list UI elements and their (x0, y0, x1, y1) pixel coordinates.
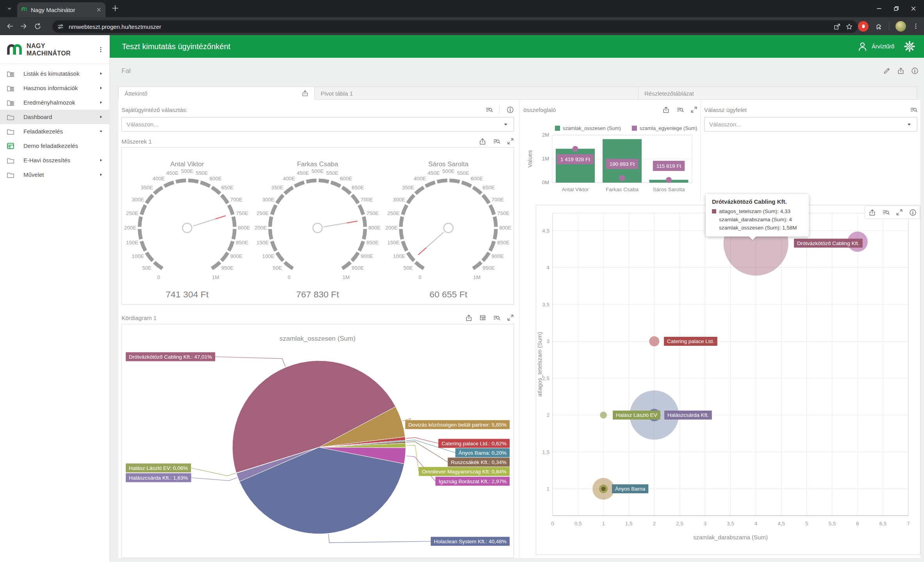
svg-text:0,5: 0,5 (574, 521, 582, 526)
tab-1[interactable]: Pivot tábla 1 (315, 87, 639, 100)
svg-text:700E: 700E (230, 197, 243, 203)
forward-icon[interactable] (20, 22, 28, 30)
filter-icon[interactable] (493, 314, 500, 322)
browser-tab[interactable]: Nagy Machinátor (17, 2, 105, 17)
fullscreen-icon[interactable] (690, 106, 697, 113)
close-icon[interactable] (910, 5, 917, 12)
customer-selector-header: Válassz ügyfelet (704, 104, 917, 116)
export-icon[interactable] (479, 138, 486, 145)
svg-text:800E: 800E (368, 225, 380, 231)
sidebar-item-5[interactable]: Demo feladatkezelés (0, 139, 110, 153)
tab-search-icon[interactable] (5, 4, 14, 13)
info-icon[interactable] (909, 209, 917, 216)
filter-icon[interactable] (493, 138, 500, 145)
export-icon[interactable] (301, 90, 309, 97)
sidebar-item-3[interactable]: Dashboard (0, 110, 110, 124)
svg-text:400E: 400E (283, 176, 295, 181)
pie-chart: szamlak_osszesen (Sum)Drótvázkötöző Cabl… (122, 324, 514, 558)
filter-icon[interactable] (882, 209, 890, 216)
address-bar[interactable]: nmwebteszt.progen.hu/tesztmuszer (52, 20, 858, 33)
svg-text:Farkas Csaba: Farkas Csaba (297, 160, 339, 168)
restore-icon[interactable] (893, 5, 900, 12)
tooltip-row: szamlak_darabszama (Sum): 4 (712, 215, 803, 224)
export-icon[interactable] (897, 67, 904, 75)
export-icon[interactable] (662, 106, 670, 114)
svg-text:400E: 400E (153, 176, 165, 181)
sidebar-item-2[interactable]: Eredményhalmozok (0, 95, 110, 110)
tab-0[interactable]: Áttekintő (118, 87, 315, 100)
extensions-puzzle-icon[interactable] (875, 22, 883, 30)
filter-icon[interactable] (676, 106, 684, 114)
sidebar-item-1[interactable]: Hasznos információk (0, 81, 110, 95)
svg-text:Antal Viktor: Antal Viktor (562, 187, 589, 192)
browser-menu-icon[interactable] (912, 23, 919, 30)
gear-icon[interactable] (904, 41, 915, 52)
svg-text:100E: 100E (132, 253, 144, 259)
site-info-icon[interactable] (57, 23, 64, 30)
sidebar: NAGYMACHINÁTOR Listák és kimutatásokHasz… (0, 35, 110, 562)
export-icon[interactable] (465, 314, 473, 322)
svg-text:750E: 750E (236, 210, 248, 216)
svg-text:Antal Viktor: Antal Viktor (170, 160, 204, 168)
brand-text: NAGYMACHINÁTOR (27, 42, 71, 57)
bookmark-star-icon[interactable] (846, 23, 853, 30)
svg-text:2M: 2M (542, 132, 549, 138)
bubble-chart: 00,511,522,533,544,555,566,5711,522,533,… (536, 205, 920, 555)
svg-text:741 304 Ft: 741 304 Ft (166, 289, 209, 299)
scatter-panel: 00,511,522,533,544,555,566,5711,522,533,… (536, 205, 920, 555)
fullscreen-icon[interactable] (507, 138, 514, 145)
svg-text:1: 1 (602, 521, 605, 526)
info-icon[interactable] (507, 106, 514, 114)
svg-text:150E: 150E (387, 240, 399, 245)
new-tab-button[interactable] (111, 4, 120, 12)
svg-text:3: 3 (546, 338, 549, 344)
back-icon[interactable] (5, 22, 14, 30)
gauges-panel: Antal Viktor050E100E150E200E250E300E350E… (121, 147, 514, 305)
sidebar-item-7[interactable]: Művelet (0, 167, 110, 182)
user-icon[interactable] (857, 41, 868, 52)
info-icon[interactable] (911, 67, 919, 75)
svg-text:Values: Values (526, 150, 533, 168)
tab-title: Nagy Machinátor (31, 7, 93, 13)
fullscreen-icon[interactable] (896, 209, 903, 216)
svg-text:1M: 1M (212, 274, 219, 280)
tab-close-icon[interactable] (96, 7, 102, 12)
tooltip-caret (749, 236, 756, 240)
filter-icon[interactable] (910, 106, 917, 114)
sidebar-menu-icon[interactable] (97, 46, 104, 53)
svg-text:250E: 250E (387, 210, 399, 216)
reload-icon[interactable] (34, 22, 42, 30)
chart-tooltip: Drótvázkötöző Cabling Kft. atlagos_tetel… (706, 194, 809, 237)
sidebar-item-4[interactable]: Feladatkezelés (0, 124, 110, 139)
profile-avatar[interactable] (895, 21, 906, 32)
svg-text:767 830 Ft: 767 830 Ft (296, 289, 339, 299)
fullscreen-icon[interactable] (507, 314, 514, 321)
sidebar-item-label: E-Havi összesítés (23, 157, 90, 164)
svg-text:1 419 928 Ft: 1 419 928 Ft (560, 157, 590, 162)
svg-text:150E: 150E (126, 240, 138, 245)
export-icon[interactable] (869, 209, 876, 216)
tab-2[interactable]: Részletezőtáblázat (639, 87, 917, 100)
folderdoc-icon (6, 98, 15, 107)
filter-icon[interactable] (485, 106, 493, 114)
svg-text:450E: 450E (166, 170, 178, 176)
agent-select[interactable]: Válasszon... (121, 117, 514, 132)
share-page-icon[interactable] (833, 23, 841, 30)
svg-text:Drótvázkötöző Cabling Kft.: 47: Drótvázkötöző Cabling Kft.: 47,01% (129, 354, 212, 360)
edit-pencil-icon[interactable] (883, 67, 890, 75)
sidebar-item-6[interactable]: E-Havi összesítés (0, 153, 110, 167)
customer-select[interactable]: Válasszon... (704, 117, 917, 132)
svg-text:2: 2 (653, 521, 656, 526)
svg-text:4,5: 4,5 (542, 228, 549, 234)
table-icon[interactable] (479, 314, 486, 321)
chevron-right-icon (98, 85, 103, 91)
sidebar-item-0[interactable]: Listák és kimutatások (0, 66, 110, 81)
svg-text:500E: 500E (312, 168, 324, 174)
minimize-icon[interactable] (876, 5, 883, 12)
svg-text:szamlak_osszesen (Sum): szamlak_osszesen (Sum) (563, 125, 621, 131)
svg-text:600E: 600E (340, 176, 352, 181)
adblock-extension-icon[interactable] (858, 21, 869, 32)
svg-text:115 819 Ft: 115 819 Ft (656, 163, 681, 169)
svg-text:600E: 600E (471, 176, 483, 181)
svg-text:Farkas Csaba: Farkas Csaba (606, 187, 639, 192)
